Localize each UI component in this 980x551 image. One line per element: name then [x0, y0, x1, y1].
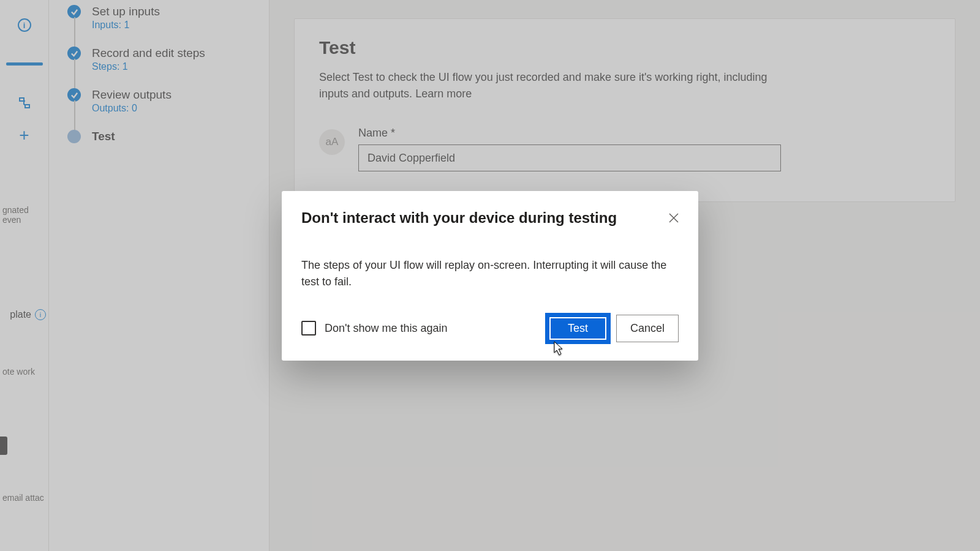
test-warning-dialog: Don't interact with your device during t… [282, 191, 698, 361]
dont-show-checkbox-row[interactable]: Don't show me this again [301, 321, 448, 335]
checkbox-icon[interactable] [301, 321, 316, 335]
dialog-title: Don't interact with your device during t… [301, 209, 632, 227]
checkbox-label: Don't show me this again [325, 322, 448, 335]
test-button[interactable]: Test [547, 315, 609, 342]
close-icon[interactable] [664, 208, 684, 228]
modal-overlay: Don't interact with your device during t… [0, 0, 980, 551]
dialog-body-text: The steps of your UI flow will replay on… [301, 257, 669, 290]
cancel-button[interactable]: Cancel [616, 315, 679, 342]
dialog-footer: Don't show me this again Test Cancel [301, 315, 679, 342]
